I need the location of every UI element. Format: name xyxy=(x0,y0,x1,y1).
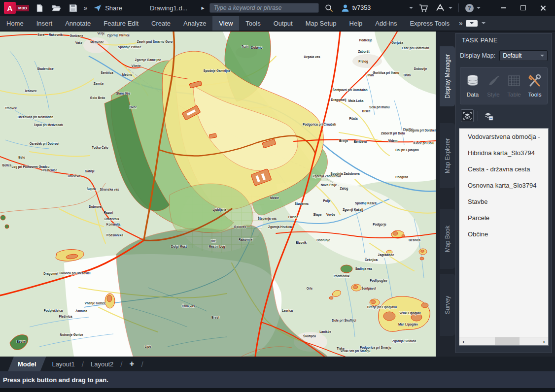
menu-create[interactable]: Create xyxy=(145,16,177,31)
close-button[interactable] xyxy=(536,2,549,13)
search-input[interactable] xyxy=(210,4,318,11)
tab-layout1[interactable]: Layout1 xyxy=(46,357,81,371)
map-label-stane-i-e: Stanežiče xyxy=(116,92,131,95)
task-pane-title: TASK PANE xyxy=(456,33,552,47)
menu-analyze[interactable]: Analyze xyxy=(177,16,212,31)
workspace-dropdown[interactable] xyxy=(466,20,478,27)
maximize-button[interactable] xyxy=(517,2,529,13)
open-file-button[interactable] xyxy=(50,1,63,14)
help-button[interactable]: ? xyxy=(463,1,476,14)
scroll-right-icon[interactable]: › xyxy=(540,337,548,346)
tab-layout2[interactable]: Layout2 xyxy=(85,357,119,371)
map-label-lavrica: Lavrica xyxy=(282,309,293,312)
map-label-orle: Orle xyxy=(307,287,313,290)
new-file-button[interactable] xyxy=(33,1,46,14)
scroll-thumb[interactable] xyxy=(495,337,520,345)
taskpane-table-button: Table xyxy=(504,70,524,101)
map-label-podple-ivica: Podplešivica xyxy=(44,309,63,313)
map-label-e-njica: Češnjica xyxy=(365,258,378,262)
map-viewport[interactable]: SoraRakovnikGoričaneMedvodeVašeVerjeZgor… xyxy=(0,32,436,357)
map-label-rakovnik: Rakovnik xyxy=(49,33,63,36)
map-label-belica: Belica xyxy=(2,163,12,167)
menu-map-setup[interactable]: Map Setup xyxy=(299,16,343,31)
layer-item-ob-ine[interactable]: Občine xyxy=(459,226,548,242)
layer-item-cesta-dr-avna-cesta[interactable]: Cesta - državna cesta xyxy=(459,161,548,177)
taskpane-tools-button[interactable]: Tools xyxy=(524,70,545,101)
menu-caret-icon[interactable] xyxy=(482,22,486,24)
share-button[interactable]: Share xyxy=(93,3,122,12)
autodesk-app-button[interactable] xyxy=(434,1,447,14)
menu-expand-icon[interactable]: » xyxy=(459,19,462,27)
help-caret-icon[interactable] xyxy=(477,7,481,9)
add-layer-button[interactable] xyxy=(482,109,495,122)
layer-item-hibridna-karta-slo3794[interactable]: Hibridna karta_Slo3794 xyxy=(459,145,548,161)
search-history-arrow-icon[interactable]: ▶ xyxy=(201,6,204,10)
search-button[interactable] xyxy=(323,1,336,14)
share-label: Share xyxy=(105,4,122,12)
map-label-spodnja-zadobrova: Spodnja Zadobrova xyxy=(331,172,360,176)
map-label-trzin: Trzin xyxy=(242,45,249,48)
save-button[interactable] xyxy=(67,1,79,14)
layer-list: Vodovarstvena območja -Hibridna karta_Sl… xyxy=(459,128,549,346)
map-label-zabor-t-pri-dolu: Zaboršt pri Dolu xyxy=(381,131,405,135)
layer-item-osnovna-karta-slo3794[interactable]: Osnovna karta_Slo3794 xyxy=(459,177,548,194)
layer-item-parcele[interactable]: Parcele xyxy=(459,210,548,226)
map-label-bevke: Bevke xyxy=(17,340,26,343)
search-box[interactable] xyxy=(209,3,319,13)
menu-add-ins[interactable]: Add-ins xyxy=(369,16,403,31)
autodesk-caret-icon[interactable] xyxy=(449,7,452,9)
menu-express-tools[interactable]: Express Tools xyxy=(403,16,456,31)
map-label-zgornji-ka-elj: Zgornji Kašelj xyxy=(343,208,363,212)
menu-output[interactable]: Output xyxy=(267,16,299,31)
tab-model[interactable]: Model xyxy=(8,357,46,371)
menu-insert[interactable]: Insert xyxy=(30,16,59,31)
minimize-icon xyxy=(501,7,506,8)
map-label-videm: Videm xyxy=(388,139,398,142)
tab-map-book[interactable]: Map Book xyxy=(440,209,455,269)
layer-item-stavbe[interactable]: Stavbe xyxy=(459,194,548,210)
map-label-trnovec: Trnovec xyxy=(5,106,17,110)
workspace-caret-icon xyxy=(470,22,474,24)
tab-map-explorer[interactable]: Map Explorer xyxy=(440,123,455,188)
user-account[interactable]: tv7353 xyxy=(341,3,371,13)
data-icon xyxy=(465,74,480,88)
scroll-left-icon[interactable]: ‹ xyxy=(459,337,468,346)
tools-icon xyxy=(527,74,542,88)
layer-item-vodovarstvena-obmo-ja[interactable]: Vodovarstvena območja - xyxy=(459,129,548,145)
minimize-button[interactable] xyxy=(497,2,510,13)
display-map-dropdown[interactable]: Default xyxy=(499,50,548,61)
map-label-verje: Verje xyxy=(97,32,105,35)
user-dropdown-caret-icon[interactable] xyxy=(409,7,413,9)
map-label-entpavel-pri-dom-alah: Šentpavel pri Domžalah xyxy=(332,88,367,92)
scroll-track[interactable] xyxy=(468,337,540,345)
map-label-sela-pri-ihanu: Sela pri Ihanu xyxy=(369,105,389,109)
layer-tools-divider xyxy=(478,111,478,121)
tab-survey[interactable]: Survey xyxy=(440,274,455,336)
map-label-kofljica: Škofljica xyxy=(303,334,316,338)
map-label-lani-e: Lanišče xyxy=(319,330,331,333)
menu-annotate[interactable]: Annotate xyxy=(59,16,97,31)
map-label-podgora-pri-dolskem: Podgora pri Dolskem xyxy=(406,129,436,132)
autocad-logo[interactable]: A M3D xyxy=(4,2,29,14)
add-layout-button[interactable]: + xyxy=(123,359,140,369)
groups-button[interactable] xyxy=(461,109,474,122)
taskpane-data-button[interactable]: Data xyxy=(462,70,483,101)
menu-help[interactable]: Help xyxy=(343,16,369,31)
map-label-dobovlje: Dobovlje xyxy=(414,67,427,71)
menu-feature-edit[interactable]: Feature Edit xyxy=(97,16,145,31)
store-button[interactable] xyxy=(417,1,430,14)
menu-view[interactable]: View xyxy=(212,16,239,31)
menu-tools[interactable]: Tools xyxy=(239,16,267,31)
map-label-zabor-t: Zaboršt xyxy=(358,50,370,53)
taskpane-style-label: Style xyxy=(487,92,500,98)
tab-display-manager[interactable]: Display Manager xyxy=(440,46,455,106)
map-label-entpavel: Šentpavel xyxy=(361,286,376,291)
toolbar-expand-icon[interactable]: » xyxy=(83,4,86,12)
task-pane: TASK PANE Display Map: Default DataStyle… xyxy=(455,33,552,353)
layer-tools-row xyxy=(456,107,552,124)
map-label-moste: Moste xyxy=(270,196,279,199)
menu-home[interactable]: Home xyxy=(0,16,30,31)
layer-list-hscrollbar[interactable]: ‹ › xyxy=(459,337,548,345)
map-label-golovec: Golovec xyxy=(234,225,246,229)
map-label-podre-je: Podrečje xyxy=(359,38,373,42)
